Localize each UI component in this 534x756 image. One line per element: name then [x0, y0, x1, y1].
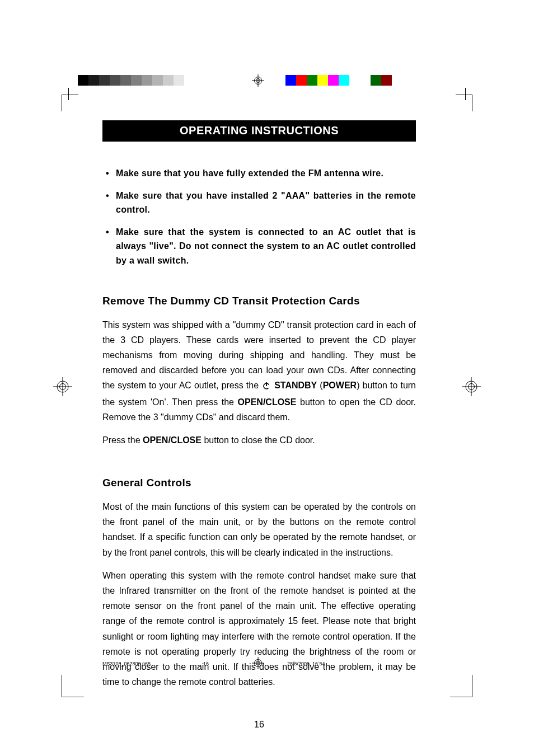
section-heading: Remove The Dummy CD Transit Protection C… [102, 295, 416, 307]
swatch [163, 75, 174, 86]
text: Press the [102, 435, 143, 445]
crop-mark-top-left [62, 95, 78, 111]
footer-timestamp: 28/6/2006, 16:54 [287, 661, 399, 666]
checklist-text: Make sure that you have installed 2 "AAA… [116, 189, 416, 217]
section-heading: General Controls [102, 477, 416, 489]
crop-tick-top-left [68, 88, 69, 100]
swatch [360, 75, 371, 86]
page-number: 16 [102, 720, 416, 730]
checklist-item: • Make sure that you have installed 2 "A… [102, 189, 416, 217]
body-paragraph: When operating this system with the remo… [102, 568, 416, 690]
footer-page: 16 [203, 661, 287, 666]
swatch [142, 75, 152, 86]
printer-greyscale-swatches [78, 75, 184, 86]
checklist: • Make sure that you have fully extended… [102, 166, 416, 268]
crop-mark-bottom-right [450, 675, 472, 697]
text: button to close the CD door. [202, 435, 315, 445]
body-paragraph: Most of the main functions of this syste… [102, 499, 416, 560]
crop-mark-top-right [456, 95, 472, 111]
checklist-item: • Make sure that you have fully extended… [102, 166, 416, 181]
checklist-text: Make sure that the system is connected t… [116, 225, 416, 268]
swatch [349, 75, 360, 86]
text: This system was shipped with a "dummy CD… [102, 320, 416, 391]
checklist-text: Make sure that you have fully extended t… [116, 166, 416, 181]
swatch [371, 75, 381, 86]
open-close-label: OPEN/CLOSE [238, 397, 297, 407]
print-footer: MS3108_062806.p65 16 28/6/2006, 16:54 [102, 661, 416, 666]
swatch [285, 75, 296, 86]
registration-mark-icon [462, 377, 481, 396]
bullet-icon: • [102, 166, 116, 181]
open-close-label: OPEN/CLOSE [143, 435, 202, 445]
registration-mark-icon [252, 74, 264, 87]
bullet-icon: • [102, 189, 116, 203]
crop-tick-top-right [465, 88, 466, 100]
checklist-item: • Make sure that the system is connected… [102, 225, 416, 268]
swatch [131, 75, 142, 86]
page-title-banner: OPERATING INSTRUCTIONS [102, 120, 416, 142]
swatch [381, 75, 392, 86]
swatch [110, 75, 120, 86]
printer-color-swatches [285, 75, 392, 86]
swatch [307, 75, 317, 86]
text: ( [317, 381, 322, 390]
swatch [174, 75, 184, 86]
section-remove-dummy-cd: Remove The Dummy CD Transit Protection C… [102, 295, 416, 448]
power-icon [263, 379, 270, 394]
registration-mark-icon [53, 377, 72, 396]
swatch [296, 75, 307, 86]
swatch [78, 75, 88, 86]
swatch [120, 75, 131, 86]
crop-mark-bottom-left [62, 675, 84, 697]
swatch [328, 75, 339, 86]
body-paragraph: This system was shipped with a "dummy CD… [102, 317, 416, 425]
section-general-controls: General Controls Most of the main functi… [102, 477, 416, 689]
body-paragraph: Press the OPEN/CLOSE button to close the… [102, 433, 416, 448]
swatch [88, 75, 99, 86]
footer-filename: MS3108_062806.p65 [102, 661, 203, 666]
swatch [317, 75, 328, 86]
standby-label: STANDBY [271, 381, 317, 390]
bullet-icon: • [102, 225, 116, 240]
swatch [339, 75, 349, 86]
swatch [99, 75, 110, 86]
power-label: POWER [323, 381, 357, 390]
document-content: OPERATING INSTRUCTIONS • Make sure that … [102, 120, 416, 730]
swatch [152, 75, 163, 86]
